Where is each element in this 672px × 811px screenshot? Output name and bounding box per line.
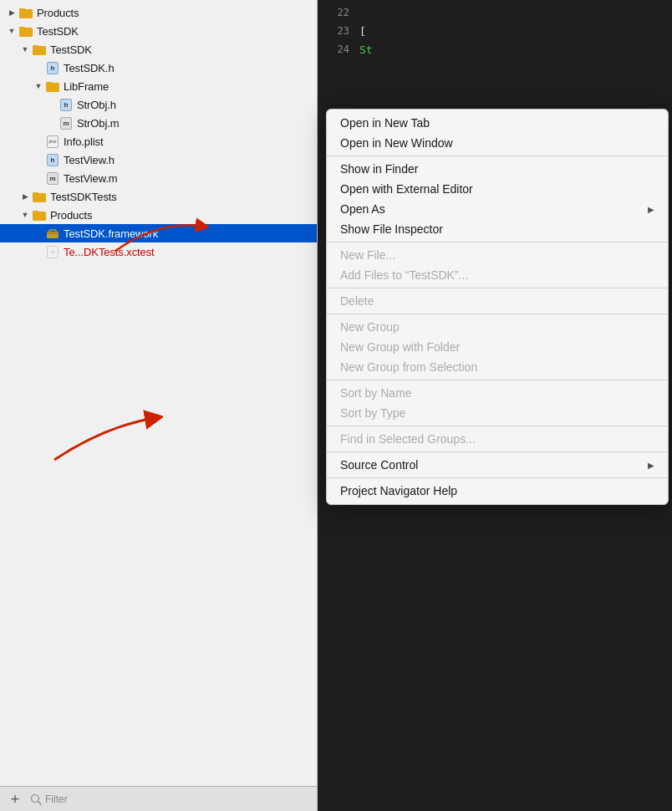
code-line-23: 23[ (324, 22, 665, 40)
menu-label-open-as: Open As (340, 202, 385, 216)
arrow-testsdk-h (33, 63, 43, 73)
menu-label-add-files: Add Files to “TestSDK”... (340, 268, 468, 282)
filter-area: Filter (30, 793, 68, 805)
menu-separator-sep8 (327, 477, 668, 478)
menu-item-new-group-selection: New Group from Selection (327, 357, 668, 377)
arrow-products-group (20, 210, 30, 220)
filter-label: Filter (45, 793, 68, 805)
menu-item-project-nav-help[interactable]: Project Navigator Help (327, 481, 668, 501)
svg-rect-11 (33, 211, 38, 213)
menu-separator-sep2 (327, 242, 668, 242)
menu-label-open-new-window: Open in New Window (340, 136, 453, 150)
menu-item-find-selected: Find in Selected Groups... (327, 429, 668, 449)
svg-rect-1 (19, 8, 25, 11)
menu-item-open-as[interactable]: Open As▶ (327, 199, 668, 219)
line-code-23: [ (359, 25, 366, 38)
menu-separator-sep4 (327, 314, 668, 314)
label-testsdk-group: TestSDK (50, 43, 92, 56)
arrow-strobj-h (47, 99, 57, 110)
icon-testsdktests (32, 190, 47, 203)
code-line-24: 24St (324, 40, 665, 59)
filter-icon (30, 793, 42, 805)
tree-item-info-plist[interactable]: plistInfo.plist (0, 132, 317, 150)
tree-item-testsdktests-xctest[interactable]: □Te...DKTests.xctest (0, 242, 317, 261)
icon-testsdk-h: h (45, 61, 60, 74)
menu-item-sort-name: Sort by Name (327, 383, 668, 403)
menu-item-sort-type: Sort by Type (327, 403, 668, 423)
svg-line-16 (38, 801, 42, 804)
label-testsdktests: TestSDKTests (50, 191, 117, 203)
menu-label-show-file-inspector: Show File Inspector (340, 222, 443, 236)
menu-separator-sep3 (327, 288, 668, 288)
navigator-bottom-bar: + Filter (0, 786, 317, 811)
tree-view: Products TestSDK TestSDK hTestSDK.h LibF… (0, 0, 317, 811)
line-code-24: St (359, 43, 373, 56)
menu-arrow-open-as: ▶ (648, 205, 654, 214)
menu-label-new-group-folder: New Group with Folder (340, 340, 460, 354)
icon-testsdktests-xctest: □ (45, 245, 60, 258)
arrow-testsdk-group (20, 44, 30, 54)
label-products-root: Products (37, 7, 79, 19)
label-info-plist: Info.plist (64, 135, 103, 148)
svg-rect-3 (19, 27, 25, 29)
arrow-testview-m (33, 173, 43, 183)
menu-item-add-files: Add Files to “TestSDK”... (327, 265, 668, 285)
label-testsdk-h: TestSDK.h (64, 62, 115, 74)
tree-item-testsdk-group[interactable]: TestSDK (0, 40, 317, 59)
menu-label-open-new-tab: Open in New Tab (340, 116, 430, 130)
menu-item-delete: Delete (327, 291, 668, 311)
svg-rect-5 (33, 45, 38, 48)
menu-item-open-new-tab[interactable]: Open in New Tab (327, 113, 668, 133)
arrow-testsdktests-xctest (33, 247, 43, 257)
tree-item-testsdk-root[interactable]: TestSDK (0, 22, 317, 40)
arrow-testsdk-root (7, 26, 17, 36)
add-button[interactable]: + (7, 791, 23, 808)
svg-rect-7 (46, 82, 52, 84)
menu-separator-sep5 (327, 380, 668, 380)
label-libframe: LibFrame (64, 80, 109, 93)
icon-testsdk-group (32, 43, 47, 56)
menu-label-open-external-editor: Open with External Editor (340, 182, 473, 196)
menu-item-source-control[interactable]: Source Control▶ (327, 455, 668, 475)
label-products-group: Products (50, 209, 93, 222)
label-testview-m: TestView.m (64, 172, 118, 185)
menu-label-new-group-selection: New Group from Selection (340, 360, 477, 374)
arrow-products-root (7, 8, 17, 18)
menu-item-show-in-finder[interactable]: Show in Finder (327, 159, 668, 179)
label-strobj-m: StrObj.m (77, 117, 119, 130)
tree-item-testsdktests[interactable]: TestSDKTests (0, 187, 317, 206)
menu-item-new-file: New File... (327, 245, 668, 265)
label-testsdk-framework: TestSDK.framework (64, 227, 158, 240)
tree-item-testview-m[interactable]: mTestView.m (0, 169, 317, 187)
file-navigator: Products TestSDK TestSDK hTestSDK.h LibF… (0, 0, 318, 811)
label-testview-h: TestView.h (64, 154, 115, 166)
icon-products-root (18, 6, 33, 19)
menu-arrow-source-control: ▶ (648, 461, 654, 470)
menu-label-source-control: Source Control (340, 458, 418, 472)
code-line-22: 22 (324, 3, 665, 22)
icon-testsdk-root (18, 24, 33, 38)
menu-item-open-new-window[interactable]: Open in New Window (327, 133, 668, 153)
menu-item-new-group: New Group (327, 317, 668, 337)
label-strobj-h: StrObj.h (77, 99, 116, 111)
icon-testsdk-framework (45, 227, 60, 240)
tree-item-testsdk-framework[interactable]: TestSDK.framework (0, 224, 317, 242)
icon-testview-m: m (45, 171, 60, 185)
tree-item-libframe[interactable]: LibFrame (0, 77, 317, 95)
tree-item-testview-h[interactable]: hTestView.h (0, 150, 317, 169)
menu-label-project-nav-help: Project Navigator Help (340, 484, 457, 497)
tree-item-testsdk-h[interactable]: hTestSDK.h (0, 59, 317, 77)
menu-label-new-file: New File... (340, 248, 395, 262)
line-number-22: 22 (324, 7, 349, 18)
icon-testview-h: h (45, 153, 60, 166)
tree-item-strobj-m[interactable]: mStrObj.m (0, 114, 317, 132)
arrow-testsdktests (20, 191, 30, 201)
line-number-23: 23 (324, 25, 349, 37)
tree-item-strobj-h[interactable]: hStrObj.h (0, 95, 317, 114)
menu-label-find-selected: Find in Selected Groups... (340, 432, 476, 446)
menu-item-open-external-editor[interactable]: Open with External Editor (327, 179, 668, 199)
tree-item-products-group[interactable]: Products (0, 206, 317, 224)
tree-item-products-root[interactable]: Products (0, 3, 317, 22)
menu-item-show-file-inspector[interactable]: Show File Inspector (327, 219, 668, 239)
code-lines: 2223[24St (318, 0, 672, 62)
